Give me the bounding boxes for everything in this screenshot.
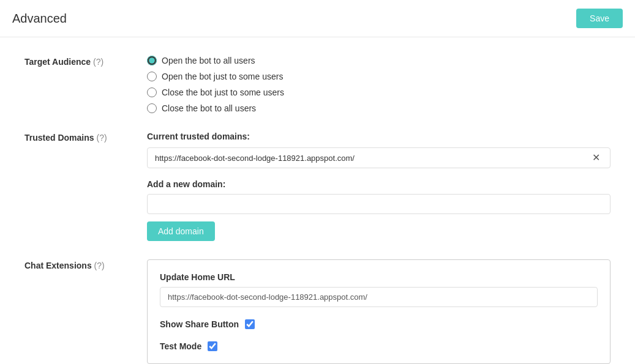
current-domains-label: Current trusted domains: — [147, 132, 611, 141]
test-mode-label: Test Mode — [160, 341, 201, 351]
chat-extensions-box: Update Home URL Show Share Button Test M… — [147, 259, 611, 364]
audience-option-all-users-close[interactable]: Close the bot to all users — [147, 103, 611, 113]
trusted-domains-label: Trusted Domains (?) — [24, 132, 147, 241]
home-url-input[interactable] — [160, 287, 598, 307]
audience-option-all-users-label[interactable]: Open the bot to all users — [162, 56, 255, 65]
show-share-button-label: Show Share Button — [160, 319, 239, 329]
audience-option-all-users[interactable]: Open the bot to all users — [147, 56, 611, 65]
chat-extensions-section: Chat Extensions (?) Update Home URL Show… — [24, 259, 611, 364]
test-mode-checkbox[interactable] — [208, 341, 217, 351]
page-header: Advanced Save — [0, 0, 635, 37]
show-share-button-row: Show Share Button — [160, 319, 598, 329]
update-home-url-title: Update Home URL — [160, 272, 598, 282]
page-title: Advanced — [12, 12, 67, 26]
main-content: Target Audience (?) Open the bot to all … — [0, 37, 635, 364]
trusted-domains-content: Current trusted domains: https://faceboo… — [147, 132, 611, 241]
audience-radio-some-users-open[interactable] — [147, 72, 157, 81]
audience-option-some-users-open-label[interactable]: Open the bot just to some users — [162, 72, 283, 81]
target-audience-options: Open the bot to all users Open the bot j… — [147, 56, 611, 113]
test-mode-row: Test Mode — [160, 341, 598, 351]
target-audience-section: Target Audience (?) Open the bot to all … — [24, 56, 611, 113]
audience-radio-some-users-close[interactable] — [147, 87, 157, 97]
audience-radio-all-users[interactable] — [147, 56, 157, 65]
audience-option-some-users-open[interactable]: Open the bot just to some users — [147, 72, 611, 81]
target-audience-label: Target Audience (?) — [24, 56, 147, 113]
show-share-button-checkbox[interactable] — [245, 319, 255, 329]
domain-item: https://facebook-dot-second-lodge-118921… — [147, 147, 611, 168]
update-home-url-row: Update Home URL — [160, 272, 598, 307]
audience-radio-group: Open the bot to all users Open the bot j… — [147, 56, 611, 113]
domain-url: https://facebook-dot-second-lodge-118921… — [155, 154, 590, 163]
trusted-domains-section: Trusted Domains (?) Current trusted doma… — [24, 132, 611, 241]
audience-option-all-users-close-label[interactable]: Close the bot to all users — [162, 103, 256, 113]
audience-option-some-users-close-label[interactable]: Close the bot just to some users — [162, 87, 284, 97]
add-domain-input[interactable] — [147, 194, 611, 214]
save-button[interactable]: Save — [576, 9, 623, 28]
remove-domain-button[interactable]: ✕ — [590, 153, 603, 163]
audience-radio-all-users-close[interactable] — [147, 103, 157, 113]
chat-extensions-label: Chat Extensions (?) — [24, 259, 147, 364]
add-domain-label: Add a new domain: — [147, 179, 611, 189]
add-domain-button[interactable]: Add domain — [147, 221, 215, 241]
audience-option-some-users-close[interactable]: Close the bot just to some users — [147, 87, 611, 97]
